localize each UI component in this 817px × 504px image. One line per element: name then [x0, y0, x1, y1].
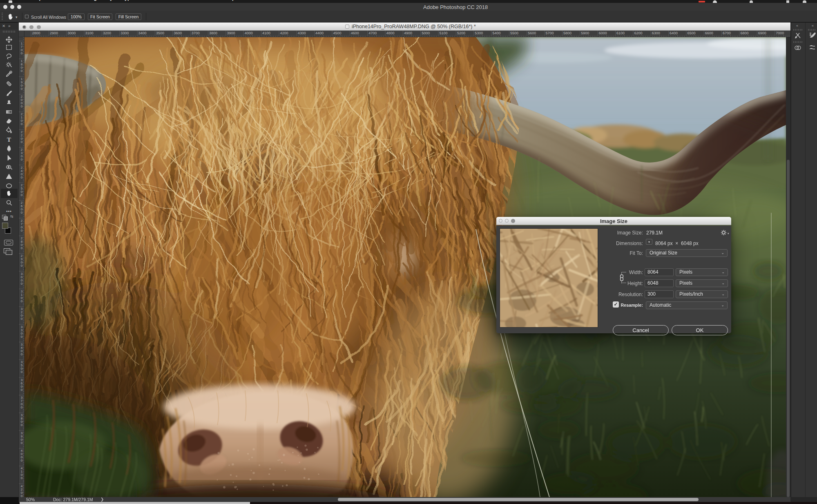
svg-text:4900: 4900: [404, 31, 412, 35]
svg-text:0: 0: [21, 335, 23, 339]
svg-text:0: 0: [21, 122, 23, 126]
svg-text:4800: 4800: [386, 31, 395, 35]
svg-text:6200: 6200: [634, 31, 642, 35]
svg-text:0: 0: [21, 246, 23, 250]
svg-text:4600: 4600: [351, 31, 359, 35]
svg-text:0: 0: [21, 282, 23, 285]
svg-text:0: 0: [21, 140, 23, 144]
svg-text:5200: 5200: [457, 31, 465, 35]
svg-text:0: 0: [21, 193, 23, 197]
svg-text:0: 0: [21, 105, 23, 108]
svg-text:5400: 5400: [493, 31, 501, 35]
svg-text:4400: 4400: [315, 31, 324, 35]
svg-text:0: 0: [21, 388, 23, 392]
svg-text:7000: 7000: [776, 31, 784, 35]
svg-text:0: 0: [21, 370, 23, 374]
svg-text:5800: 5800: [563, 31, 571, 35]
svg-text:6900: 6900: [758, 31, 766, 35]
svg-text:0: 0: [21, 459, 23, 462]
svg-text:4300: 4300: [298, 31, 306, 35]
svg-text:0: 0: [21, 69, 23, 73]
svg-text:0: 0: [21, 494, 23, 497]
svg-text:3600: 3600: [174, 31, 182, 35]
svg-text:0: 0: [21, 37, 23, 38]
svg-text:0: 0: [21, 51, 23, 55]
svg-text:4500: 4500: [333, 31, 342, 35]
svg-text:6300: 6300: [652, 31, 660, 35]
svg-text:0: 0: [21, 317, 23, 321]
svg-text:2900: 2900: [50, 31, 58, 35]
svg-text:6000: 6000: [599, 31, 607, 35]
svg-text:0: 0: [21, 406, 23, 409]
svg-text:2800: 2800: [32, 31, 40, 35]
svg-text:5900: 5900: [581, 31, 589, 35]
svg-text:4000: 4000: [245, 31, 253, 35]
svg-text:3100: 3100: [85, 31, 94, 35]
svg-text:3400: 3400: [138, 31, 147, 35]
svg-text:0: 0: [21, 158, 23, 161]
svg-text:0: 0: [21, 299, 23, 303]
svg-text:6700: 6700: [723, 31, 731, 35]
svg-text:0: 0: [21, 176, 23, 179]
svg-text:3800: 3800: [209, 31, 217, 35]
svg-text:3200: 3200: [103, 31, 111, 35]
svg-text:5700: 5700: [546, 31, 554, 35]
svg-text:0: 0: [21, 211, 23, 214]
svg-text:5100: 5100: [440, 31, 448, 35]
svg-text:6800: 6800: [741, 31, 749, 35]
svg-text:0: 0: [21, 229, 23, 232]
svg-text:0: 0: [21, 264, 23, 268]
svg-text:3700: 3700: [192, 31, 200, 35]
svg-text:6600: 6600: [705, 31, 713, 35]
svg-text:0: 0: [21, 423, 23, 427]
svg-text:3900: 3900: [227, 31, 235, 35]
svg-text:0: 0: [21, 441, 23, 445]
svg-text:0: 0: [21, 476, 23, 480]
svg-text:4100: 4100: [262, 31, 270, 35]
svg-text:6500: 6500: [687, 31, 695, 35]
svg-text:6100: 6100: [616, 31, 625, 35]
svg-text:5000: 5000: [422, 31, 430, 35]
svg-text:3300: 3300: [121, 31, 129, 35]
svg-text:3000: 3000: [67, 31, 76, 35]
svg-text:6400: 6400: [670, 31, 678, 35]
svg-text:0: 0: [21, 352, 23, 356]
svg-text:3500: 3500: [156, 31, 164, 35]
svg-text:4200: 4200: [280, 31, 288, 35]
svg-text:5600: 5600: [528, 31, 536, 35]
svg-text:4700: 4700: [368, 31, 377, 35]
svg-text:0: 0: [21, 87, 23, 91]
svg-text:5500: 5500: [510, 31, 518, 35]
svg-text:5300: 5300: [475, 31, 483, 35]
